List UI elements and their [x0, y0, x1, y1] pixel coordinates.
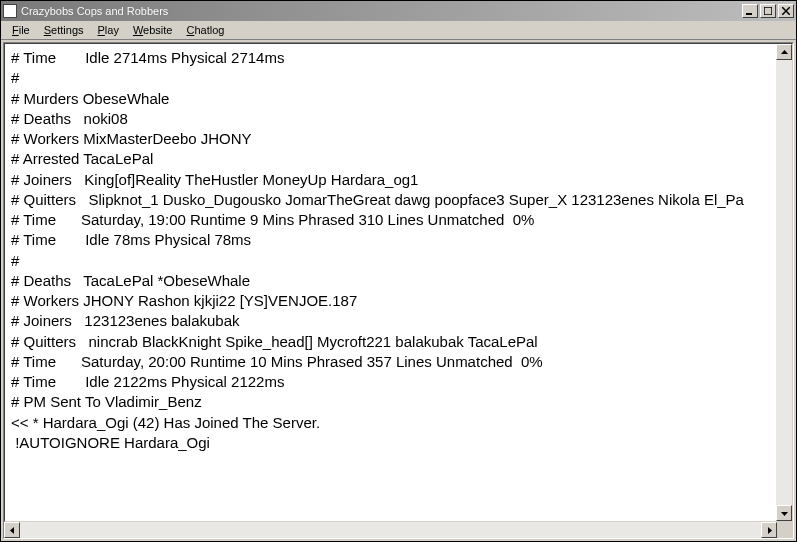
- log-line: # Joiners 123123enes balakubak: [11, 311, 770, 331]
- log-line: # Time Idle 2122ms Physical 2122ms: [11, 372, 770, 392]
- chevron-left-icon: [9, 527, 16, 534]
- log-line: # Deaths noki08: [11, 109, 770, 129]
- menu-settings[interactable]: Settings: [37, 22, 91, 38]
- size-grip[interactable]: [777, 522, 793, 538]
- vertical-scrollbar[interactable]: [776, 44, 792, 521]
- maximize-button[interactable]: [760, 4, 776, 18]
- scroll-right-button[interactable]: [761, 522, 777, 538]
- content-inner: # Time Idle 2714ms Physical 2714ms## Mur…: [4, 43, 793, 522]
- log-line: # Murders ObeseWhale: [11, 89, 770, 109]
- minimize-button[interactable]: [742, 4, 758, 18]
- menu-label: hatlog: [194, 24, 224, 36]
- close-button[interactable]: [778, 4, 794, 18]
- log-line: # Time Idle 78ms Physical 78ms: [11, 230, 770, 250]
- menu-label: ettings: [51, 24, 83, 36]
- log-line: #: [11, 68, 770, 88]
- hscroll-row: [4, 522, 793, 538]
- titlebar: Crazybobs Cops and Robbers: [1, 1, 796, 21]
- maximize-icon: [764, 7, 772, 15]
- log-line: # Arrested TacaLePal: [11, 149, 770, 169]
- log-line: # Joiners King[of]Reality TheHustler Mon…: [11, 170, 770, 190]
- log-line: # Workers JHONY Rashon kjkji22 [YS]VENJO…: [11, 291, 770, 311]
- svg-rect-0: [746, 13, 752, 15]
- log-line: << * Hardara_Ogi (42) Has Joined The Ser…: [11, 413, 770, 433]
- horizontal-scrollbar[interactable]: [4, 522, 777, 538]
- content-frame: # Time Idle 2714ms Physical 2714ms## Mur…: [3, 42, 794, 539]
- log-line: # Workers MixMasterDeebo JHONY: [11, 129, 770, 149]
- menu-website[interactable]: Website: [126, 22, 180, 38]
- menu-chatlog[interactable]: Chatlog: [179, 22, 231, 38]
- log-line: # Quitters nincrab BlackKnight Spike_hea…: [11, 332, 770, 352]
- log-line: # Time Saturday, 19:00 Runtime 9 Mins Ph…: [11, 210, 770, 230]
- log-line: # Quitters Slipknot_1 Dusko_Dugousko Jom…: [11, 190, 770, 210]
- vscroll-track[interactable]: [776, 60, 792, 505]
- window-title: Crazybobs Cops and Robbers: [21, 5, 740, 17]
- log-line: !AUTOIGNORE Hardara_Ogi: [11, 433, 770, 453]
- menu-label: lay: [105, 24, 119, 36]
- menu-file[interactable]: File: [5, 22, 37, 38]
- minimize-icon: [746, 7, 754, 15]
- log-line: # Time Idle 2714ms Physical 2714ms: [11, 48, 770, 68]
- log-line: # Deaths TacaLePal *ObeseWhale: [11, 271, 770, 291]
- app-icon: [3, 4, 17, 18]
- log-textarea[interactable]: # Time Idle 2714ms Physical 2714ms## Mur…: [5, 44, 776, 521]
- menu-play[interactable]: Play: [91, 22, 126, 38]
- menubar: File Settings Play Website Chatlog: [1, 21, 796, 40]
- hscroll-track[interactable]: [20, 522, 761, 538]
- app-window: Crazybobs Cops and Robbers File Settings…: [0, 0, 797, 542]
- chevron-down-icon: [781, 510, 788, 517]
- log-line: # Time Saturday, 20:00 Runtime 10 Mins P…: [11, 352, 770, 372]
- scroll-down-button[interactable]: [776, 505, 792, 521]
- close-icon: [782, 7, 790, 15]
- log-line: # PM Sent To Vladimir_Benz: [11, 392, 770, 412]
- chevron-up-icon: [781, 49, 788, 56]
- scroll-up-button[interactable]: [776, 44, 792, 60]
- titlebar-buttons: [740, 4, 794, 18]
- menu-label: ebsite: [143, 24, 172, 36]
- chevron-right-icon: [766, 527, 773, 534]
- svg-rect-1: [764, 7, 772, 15]
- log-line: #: [11, 251, 770, 271]
- scroll-left-button[interactable]: [4, 522, 20, 538]
- menu-label: ile: [19, 24, 30, 36]
